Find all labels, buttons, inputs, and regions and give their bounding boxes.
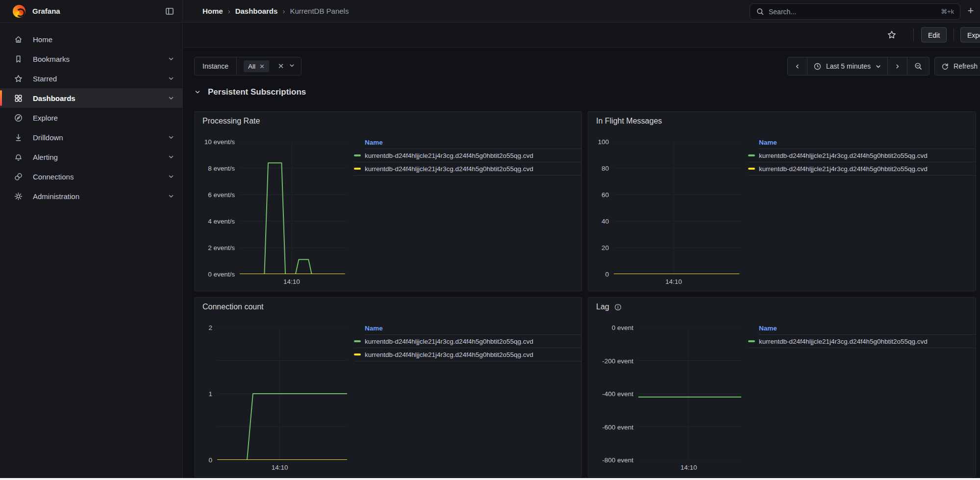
chevron-down-icon[interactable] (168, 173, 175, 180)
legend-header[interactable]: Name (759, 325, 976, 335)
star-icon (14, 74, 23, 83)
refresh-button[interactable]: Refresh (935, 57, 980, 75)
plot-area[interactable]: 14:10 (217, 328, 347, 477)
legend-header[interactable]: Name (759, 139, 976, 149)
sidebar-item-starred[interactable]: Starred (0, 69, 182, 88)
instance-value-chip[interactable]: All ✕ (244, 60, 269, 72)
series-swatch (748, 168, 755, 170)
remove-value-icon[interactable]: ✕ (259, 63, 265, 70)
panel-title[interactable]: Lag (596, 303, 609, 311)
legend: Name kurrentdb-d24f4hljjcle21j4r3cg.d24f… (741, 325, 976, 477)
plot-area[interactable]: 14:10 (240, 142, 347, 291)
y-axis-tick: -800 event (602, 456, 633, 464)
time-range-picker[interactable]: Last 5 minutes (807, 57, 888, 75)
breadcrumb-dashboards[interactable]: Dashboards (235, 7, 278, 15)
sidebar-item-bookmarks[interactable]: Bookmarks (0, 49, 182, 69)
y-axis-tick: -600 event (602, 423, 633, 430)
breadcrumb-separator: › (282, 7, 285, 15)
grafana-logo-icon[interactable] (13, 5, 25, 18)
toolbar-divider (913, 28, 914, 41)
sidebar-item-explore[interactable]: Explore (0, 108, 182, 127)
section-persistent-subscriptions[interactable]: Persistent Subscriptions (194, 87, 306, 97)
y-axis-tick: 0 event/s (208, 271, 235, 278)
y-axis: 210 (202, 328, 217, 460)
bookmark-icon (14, 54, 23, 64)
y-axis: 10 event/s8 event/s6 event/s4 event/s2 e… (202, 142, 240, 274)
chevron-down-icon[interactable] (289, 62, 295, 71)
panel-title[interactable]: Processing Rate (202, 117, 260, 126)
chevron-down-icon (194, 89, 201, 96)
favorite-star-button[interactable] (884, 27, 899, 42)
sidebar-item-drilldown[interactable]: Drilldown (0, 127, 182, 147)
info-icon[interactable] (614, 303, 622, 311)
time-range-label: Last 5 minutes (826, 62, 871, 70)
main-area: Edit Export Instance All ✕ ✕ (183, 23, 980, 480)
bottom-strip (0, 478, 980, 480)
time-forward-button[interactable] (888, 57, 907, 75)
search-input[interactable] (769, 8, 941, 16)
y-axis-tick: 100 (598, 138, 609, 146)
chevron-down-icon[interactable] (168, 55, 175, 62)
add-icon[interactable]: + (964, 5, 977, 18)
instance-filter-label: Instance (195, 57, 237, 75)
y-axis-tick: 2 (208, 324, 212, 331)
legend-row[interactable]: kurrentdb-d24f4hljjcle21j4r3cg.d24f4h5g0… (748, 149, 976, 162)
breadcrumb-home[interactable]: Home (202, 7, 223, 15)
plot-area[interactable]: 14:10 (614, 142, 741, 291)
chevron-down-icon[interactable] (168, 193, 175, 200)
legend-row[interactable]: kurrentdb-d24f4hljjcle21j4r3cg.d24f4h5g0… (354, 162, 581, 176)
time-picker-group: Last 5 minutes (787, 57, 930, 76)
sidebar-item-administration[interactable]: Administration (0, 186, 182, 206)
legend-row[interactable]: kurrentdb-d24f4hljjcle21j4r3cg.d24f4h5g0… (354, 348, 581, 361)
breadcrumb-separator: › (228, 7, 230, 15)
export-button[interactable]: Export (960, 27, 980, 43)
legend-row[interactable]: kurrentdb-d24f4hljjcle21j4r3cg.d24f4h5g0… (748, 335, 976, 348)
chevron-down-icon[interactable] (168, 75, 175, 82)
panel-in-flight-messages: In Flight Messages 100806040200 14:10 Na… (588, 111, 976, 291)
chevron-down-icon[interactable] (168, 95, 175, 101)
chevron-down-icon[interactable] (168, 153, 175, 160)
section-title: Persistent Subscriptions (208, 87, 306, 97)
search-box[interactable]: ⌘+k (750, 3, 960, 20)
y-axis-tick: 20 (602, 244, 609, 252)
legend-row[interactable]: kurrentdb-d24f4hljjcle21j4r3cg.d24f4h5g0… (748, 162, 976, 176)
y-axis-tick: 4 event/s (208, 218, 235, 225)
clear-selection-icon[interactable]: ✕ (278, 62, 284, 71)
clock-icon (813, 62, 822, 71)
search-shortcut: ⌘+k (941, 8, 954, 15)
edit-button[interactable]: Edit (921, 27, 947, 43)
panel-title[interactable]: Connection count (202, 303, 264, 311)
dashboards-grid-icon (14, 94, 23, 103)
grafana-app: Grafana Home › Dashboards › KurrentDB Pa… (0, 0, 980, 480)
y-axis-tick: 80 (602, 165, 609, 172)
zoom-out-button[interactable] (907, 57, 929, 75)
sidebar-item-connections[interactable]: Connections (0, 167, 182, 186)
legend-header[interactable]: Name (365, 325, 581, 335)
toolbar-divider (954, 28, 954, 41)
panel-grid: Processing Rate 10 event/s8 event/s6 eve… (194, 111, 976, 477)
sidebar-collapse-icon[interactable] (164, 5, 176, 17)
legend-row[interactable]: kurrentdb-d24f4hljjcle21j4r3cg.d24f4h5g0… (354, 335, 581, 348)
series-swatch (354, 154, 361, 156)
chevron-down-icon[interactable] (168, 134, 175, 141)
y-axis-tick: 60 (602, 191, 609, 199)
star-icon (887, 30, 897, 40)
y-axis-tick: 0 (208, 456, 212, 464)
instance-filter: Instance All ✕ ✕ (194, 57, 302, 76)
panel-title[interactable]: In Flight Messages (596, 117, 662, 126)
legend-row[interactable]: kurrentdb-d24f4hljjcle21j4r3cg.d24f4h5g0… (354, 149, 581, 162)
breadcrumb: Home › Dashboards › KurrentDB Panels (202, 7, 349, 15)
y-axis-tick: 2 event/s (208, 244, 235, 252)
legend: Name kurrentdb-d24f4hljjcle21j4r3cg.d24f… (347, 139, 581, 291)
sidebar-item-home[interactable]: Home (0, 29, 182, 49)
sidebar-item-dashboards[interactable]: Dashboards (0, 88, 182, 108)
plot-area[interactable]: 14:10 (638, 328, 741, 477)
time-back-button[interactable] (788, 57, 807, 75)
legend: Name kurrentdb-d24f4hljjcle21j4r3cg.d24f… (347, 325, 581, 477)
series-swatch (748, 340, 755, 342)
sidebar-nav: Home Bookmarks Starred Dashboards Explor… (0, 23, 183, 480)
rings-icon (14, 172, 23, 181)
sidebar-item-alerting[interactable]: Alerting (0, 147, 182, 167)
series-swatch (748, 154, 755, 156)
legend-header[interactable]: Name (365, 139, 581, 149)
